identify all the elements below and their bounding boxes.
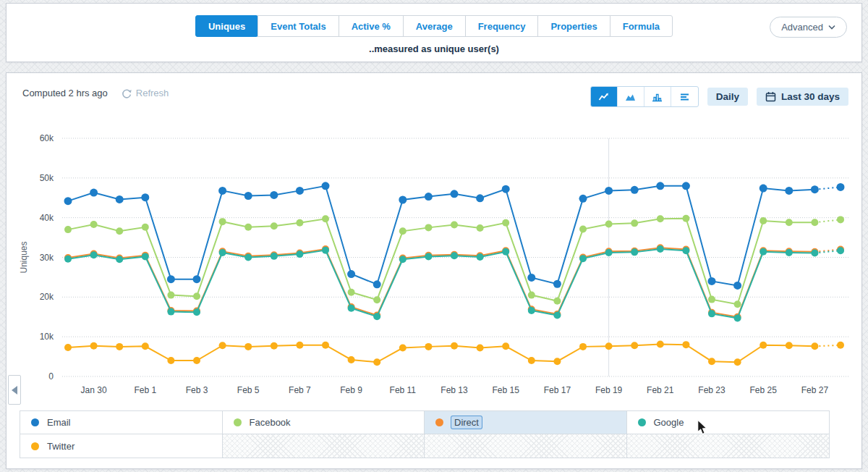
refresh-button[interactable]: Refresh	[121, 88, 169, 99]
horizontal-bars-button[interactable]	[671, 87, 698, 106]
data-point-google[interactable]	[142, 253, 149, 260]
data-point-email[interactable]	[270, 191, 278, 199]
data-point-twitter[interactable]	[760, 342, 767, 349]
data-point-google[interactable]	[348, 305, 355, 312]
data-point-facebook[interactable]	[219, 218, 226, 225]
data-point-google[interactable]	[502, 248, 509, 256]
data-point-twitter[interactable]	[682, 341, 689, 348]
data-point-facebook[interactable]	[811, 219, 818, 226]
data-point-facebook[interactable]	[451, 222, 458, 229]
data-point-facebook[interactable]	[477, 224, 484, 232]
data-point-google[interactable]	[64, 256, 72, 263]
tab-properties[interactable]: Properties	[537, 15, 610, 37]
data-point-facebook[interactable]	[502, 219, 509, 227]
data-point-facebook[interactable]	[244, 224, 252, 231]
tab-frequency[interactable]: Frequency	[465, 15, 539, 37]
data-point-twitter[interactable]	[219, 342, 226, 349]
data-point-google[interactable]	[399, 256, 407, 263]
data-point-twitter[interactable]	[786, 342, 793, 349]
data-point-email[interactable]	[451, 190, 459, 198]
data-point-google[interactable]	[760, 248, 767, 256]
bar-chart-button[interactable]	[644, 87, 671, 106]
data-point-google[interactable]	[477, 253, 484, 261]
data-point-email[interactable]	[579, 195, 587, 203]
data-point-facebook[interactable]	[760, 217, 767, 224]
data-point-twitter[interactable]	[605, 342, 613, 350]
data-point-google[interactable]	[528, 307, 535, 314]
legend-item-google[interactable]: Google	[627, 411, 830, 434]
data-point-email[interactable]	[218, 187, 226, 195]
data-point-facebook[interactable]	[631, 219, 638, 227]
data-point-email[interactable]	[785, 187, 793, 195]
data-point-facebook[interactable]	[734, 300, 741, 308]
data-point-email[interactable]	[167, 275, 175, 283]
data-point-facebook[interactable]	[579, 226, 587, 233]
data-point-google[interactable]	[296, 250, 303, 258]
data-point-facebook[interactable]	[553, 298, 561, 305]
data-point-email[interactable]	[760, 185, 767, 193]
data-point-twitter[interactable]	[64, 344, 72, 351]
data-point-email[interactable]	[811, 185, 819, 193]
data-point-email[interactable]	[553, 280, 561, 288]
data-point-facebook[interactable]	[116, 227, 123, 235]
data-point-facebook[interactable]	[682, 215, 689, 222]
data-point-twitter[interactable]	[477, 345, 484, 352]
data-point-google[interactable]	[553, 312, 561, 319]
line-chart-plot[interactable]: 010k20k30k40k50k60kJan 30Feb 1Feb 3Feb 5…	[7, 127, 863, 406]
data-point-facebook[interactable]	[425, 224, 432, 231]
data-point-email[interactable]	[347, 270, 355, 278]
data-point-twitter[interactable]	[399, 345, 407, 352]
data-point-email[interactable]	[296, 187, 304, 195]
data-point-facebook[interactable]	[399, 227, 407, 235]
data-point-email[interactable]	[837, 183, 845, 191]
data-point-email[interactable]	[682, 182, 690, 190]
data-point-email[interactable]	[399, 195, 407, 203]
data-point-facebook[interactable]	[193, 292, 200, 300]
data-point-google[interactable]	[631, 248, 638, 256]
data-point-email[interactable]	[90, 189, 98, 197]
data-point-facebook[interactable]	[271, 222, 278, 229]
data-point-google[interactable]	[373, 313, 380, 320]
data-point-google[interactable]	[271, 253, 278, 260]
data-point-twitter[interactable]	[553, 358, 561, 365]
data-point-google[interactable]	[837, 247, 844, 254]
data-point-email[interactable]	[708, 277, 716, 285]
legend-item-direct[interactable]: Direct	[425, 411, 627, 434]
data-point-email[interactable]	[527, 274, 535, 282]
tab-formula[interactable]: Formula	[610, 15, 673, 37]
data-point-twitter[interactable]	[193, 357, 200, 364]
data-point-twitter[interactable]	[244, 343, 252, 350]
data-point-twitter[interactable]	[142, 342, 149, 350]
data-point-google[interactable]	[193, 308, 200, 316]
data-point-twitter[interactable]	[837, 342, 844, 349]
date-range-button[interactable]: Last 30 days	[757, 88, 848, 106]
collapse-sidebar-handle[interactable]	[8, 375, 21, 405]
area-chart-button[interactable]	[618, 87, 644, 106]
data-point-twitter[interactable]	[373, 358, 380, 366]
data-point-email[interactable]	[733, 282, 741, 290]
data-point-google[interactable]	[167, 308, 174, 316]
data-point-facebook[interactable]	[167, 292, 174, 299]
legend-item-facebook[interactable]: Facebook	[223, 411, 425, 434]
data-point-twitter[interactable]	[502, 342, 509, 350]
data-point-google[interactable]	[116, 256, 123, 263]
data-point-email[interactable]	[502, 185, 510, 193]
data-point-email[interactable]	[64, 197, 72, 205]
data-point-google[interactable]	[579, 255, 587, 262]
data-point-facebook[interactable]	[296, 219, 303, 227]
data-point-google[interactable]	[734, 314, 741, 321]
data-point-twitter[interactable]	[167, 357, 174, 364]
advanced-button[interactable]: Advanced	[770, 17, 847, 38]
data-point-facebook[interactable]	[528, 292, 535, 299]
data-point-google[interactable]	[811, 249, 818, 256]
data-point-facebook[interactable]	[322, 215, 329, 222]
data-point-google[interactable]	[322, 247, 329, 254]
tab-uniques[interactable]: Uniques	[195, 15, 258, 37]
data-point-facebook[interactable]	[657, 215, 664, 222]
data-point-email[interactable]	[193, 275, 201, 283]
data-point-twitter[interactable]	[579, 343, 587, 350]
data-point-facebook[interactable]	[373, 296, 380, 303]
data-point-twitter[interactable]	[425, 343, 432, 350]
tab-active-percent[interactable]: Active %	[339, 15, 404, 37]
data-point-twitter[interactable]	[708, 358, 715, 365]
